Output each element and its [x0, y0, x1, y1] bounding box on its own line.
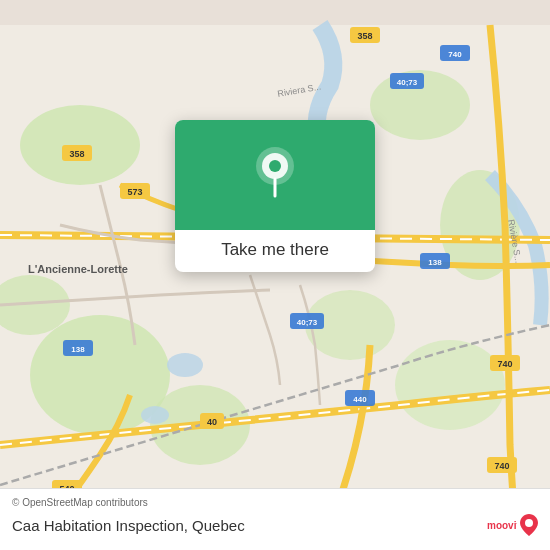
svg-text:573: 573	[127, 187, 142, 197]
svg-text:358: 358	[357, 31, 372, 41]
location-row: Caa Habitation Inspection, Quebec moovit	[12, 510, 538, 540]
svg-text:138: 138	[428, 258, 442, 267]
take-me-there-button[interactable]: Take me there	[221, 240, 329, 260]
svg-text:40;73: 40;73	[297, 318, 318, 327]
svg-text:740: 740	[494, 461, 509, 471]
svg-text:40: 40	[207, 417, 217, 427]
svg-point-46	[269, 160, 281, 172]
svg-text:138: 138	[71, 345, 85, 354]
location-pin-icon	[253, 146, 297, 205]
map-attribution: © OpenStreetMap contributors	[12, 497, 538, 508]
svg-text:40;73: 40;73	[397, 78, 418, 87]
card-button-area: Take me there	[175, 230, 375, 272]
svg-text:440: 440	[353, 395, 367, 404]
location-name: Caa Habitation Inspection, Quebec	[12, 517, 245, 534]
svg-text:L'Ancienne-Lorette: L'Ancienne-Lorette	[28, 263, 128, 275]
svg-point-9	[167, 353, 203, 377]
svg-text:358: 358	[69, 149, 84, 159]
svg-text:740: 740	[448, 50, 462, 59]
card-map-area	[175, 120, 375, 230]
card-overlay: Take me there	[175, 120, 375, 272]
moovit-icon: moovit	[487, 510, 517, 540]
svg-text:moovit: moovit	[487, 520, 517, 531]
svg-point-7	[395, 340, 505, 430]
bottom-bar: © OpenStreetMap contributors Caa Habitat…	[0, 488, 550, 550]
svg-point-48	[525, 519, 533, 527]
svg-text:740: 740	[497, 359, 512, 369]
moovit-logo: moovit	[487, 510, 538, 540]
svg-point-10	[141, 406, 169, 424]
moovit-pin-icon	[520, 514, 538, 536]
map-container: 358 40;73 740 358 573 40;73 138 40;73 74…	[0, 0, 550, 550]
